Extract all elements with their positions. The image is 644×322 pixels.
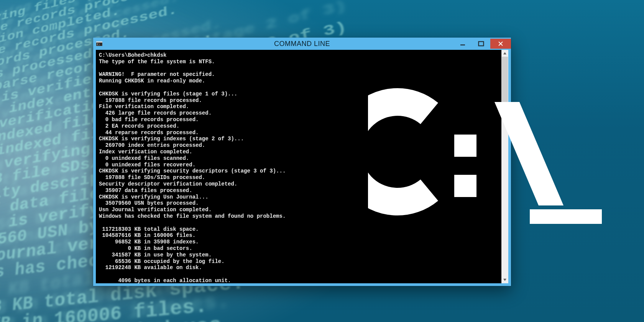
- terminal-line: CHKDSK is verifying files (stage 1 of 3)…: [99, 91, 498, 97]
- terminal-line: CHKDSK is verifying Usn Journal...: [99, 194, 498, 200]
- svg-text:C:: C:: [97, 43, 100, 46]
- scroll-thumb[interactable]: [502, 57, 508, 103]
- scroll-track[interactable]: [501, 57, 508, 276]
- terminal-line: CHKDSK is verifying security descriptors…: [99, 168, 498, 174]
- terminal-line: Running CHKDSK in read-only mode.: [99, 78, 498, 84]
- close-button[interactable]: [490, 39, 511, 49]
- terminal-line: 0 unindexed files scanned.: [99, 155, 498, 162]
- terminal-line: 2 EA records processed.: [99, 123, 498, 130]
- svg-rect-3: [460, 44, 465, 45]
- client-area: C:\Users\Bohed>chkdskThe type of the fil…: [96, 50, 508, 283]
- terminal-line: 197888 file records processed.: [99, 97, 498, 104]
- terminal-line: 341587 KB in use by the system.: [99, 252, 498, 258]
- terminal-line: CHKDSK is verifying indexes (stage 2 of …: [99, 136, 498, 142]
- terminal-line: 35079560 USN bytes processed.: [99, 200, 498, 207]
- window-controls: [453, 39, 511, 49]
- terminal-line: 65536 KB occupied by the log file.: [99, 258, 498, 265]
- terminal-line: 269700 index entries processed.: [99, 142, 498, 149]
- terminal-line: [99, 84, 498, 91]
- minimize-button[interactable]: [453, 39, 472, 49]
- terminal-line: Index verification completed.: [99, 149, 498, 155]
- terminal-line: File verification completed.: [99, 104, 498, 110]
- terminal-line: 426 large file records processed.: [99, 110, 498, 117]
- terminal-app-icon: C:: [95, 40, 103, 48]
- terminal-line: 197888 file SDs/SIDs processed.: [99, 174, 498, 181]
- terminal-line: C:\Users\Bohed>chkdsk: [99, 52, 498, 59]
- terminal-output[interactable]: C:\Users\Bohed>chkdskThe type of the fil…: [96, 50, 501, 283]
- terminal-line: 35907 data files processed.: [99, 187, 498, 194]
- terminal-line: 0 KB in bad sectors.: [99, 245, 498, 252]
- titlebar[interactable]: C: COMMAND LINE: [93, 38, 511, 50]
- terminal-line: [99, 65, 498, 72]
- terminal-line: The type of the file system is NTFS.: [99, 59, 498, 65]
- scroll-down-arrow-icon[interactable]: [501, 276, 508, 283]
- svg-rect-1: [96, 41, 102, 43]
- terminal-line: Usn Journal verification completed.: [99, 207, 498, 213]
- terminal-line: [99, 220, 498, 226]
- scroll-up-arrow-icon[interactable]: [501, 50, 508, 57]
- terminal-line: 0 unindexed files recovered.: [99, 162, 498, 168]
- terminal-line: 0 bad file records processed.: [99, 117, 498, 123]
- terminal-line: 4096 bytes in each allocation unit.: [99, 278, 498, 283]
- svg-rect-4: [479, 42, 484, 46]
- terminal-line: 104587616 KB in 160006 files.: [99, 232, 498, 239]
- terminal-line: [99, 271, 498, 278]
- terminal-line: Windows has checked the file system and …: [99, 213, 498, 220]
- terminal-line: 12192248 KB available on disk.: [99, 264, 498, 271]
- terminal-line: 44 reparse records processed.: [99, 130, 498, 136]
- terminal-line: WARNING! F parameter not specified.: [99, 71, 498, 78]
- command-line-window: C: COMMAND LINE C:\User: [93, 38, 511, 286]
- window-title: COMMAND LINE: [93, 40, 511, 48]
- terminal-line: Security descriptor verification complet…: [99, 181, 498, 187]
- scrollbar[interactable]: [501, 50, 508, 283]
- terminal-line: 117218303 KB total disk space.: [99, 226, 498, 233]
- maximize-button[interactable]: [472, 39, 490, 49]
- terminal-line: 96852 KB in 35908 indexes.: [99, 239, 498, 245]
